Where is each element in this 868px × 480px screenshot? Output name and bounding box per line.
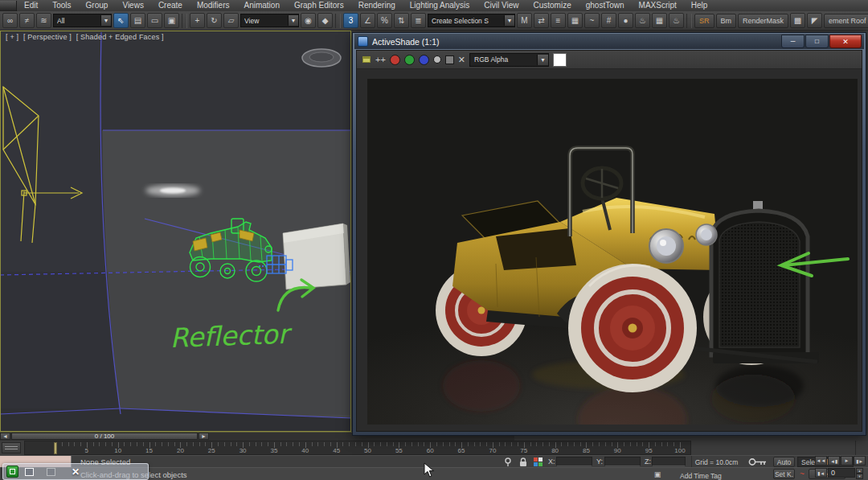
spinner-down[interactable]: ▼	[856, 474, 863, 479]
curve-editor-icon[interactable]: ~	[584, 13, 600, 28]
set-keys-icon[interactable]	[747, 457, 768, 466]
graphite-ribbon-icon[interactable]: ▦	[567, 13, 583, 28]
reference-coordinate-dropdown[interactable]: View▼	[240, 14, 299, 27]
alpha-channel-icon[interactable]	[445, 55, 454, 64]
menu-group[interactable]: Group	[79, 0, 116, 11]
restore-window-icon[interactable]	[25, 468, 34, 476]
window-crossing-icon[interactable]: ▣	[164, 13, 179, 28]
save-bitmap-icon[interactable]	[362, 55, 371, 64]
rendered-image[interactable]	[367, 79, 858, 425]
menu-graph-editors[interactable]: Graph Editors	[287, 0, 351, 11]
clear-rendering-icon[interactable]: ✕	[458, 55, 465, 64]
menu-civil-view[interactable]: Civil View	[477, 0, 526, 11]
rendered-frame-icon[interactable]: ▦	[652, 13, 667, 28]
iray-icon[interactable]: ▩	[790, 13, 805, 28]
viewport-menu-pov[interactable]: [ Perspective ]	[23, 33, 72, 41]
bm-button[interactable]: Bm	[716, 14, 737, 28]
z-coord-field[interactable]	[652, 457, 686, 466]
blue-channel-icon[interactable]	[419, 55, 429, 65]
goto-start-button[interactable]: ◄◄	[815, 456, 827, 466]
menu-maxscript[interactable]: MAXScript	[632, 0, 684, 11]
selection-filter-dropdown-arrow[interactable]: ▼	[100, 15, 111, 26]
selection-lock-icon[interactable]	[518, 457, 528, 467]
spinner-up[interactable]: ▲	[856, 468, 863, 474]
select-and-manipulate-icon[interactable]: ◆	[317, 13, 333, 28]
render-production-icon[interactable]: ♨	[669, 13, 684, 28]
select-and-scale-icon[interactable]: ▱	[223, 13, 239, 28]
clone-rendering-icon[interactable]: ++	[375, 55, 386, 64]
background-color-swatch[interactable]	[553, 53, 567, 67]
next-frame-button[interactable]: ▮►	[854, 456, 866, 466]
menu-edit[interactable]: Edit	[17, 0, 45, 11]
track-bar-ruler[interactable]: 5101520253035404550556065707580859095100	[24, 441, 691, 455]
minimize-button[interactable]: ─	[781, 35, 805, 48]
close-button[interactable]: ✕	[829, 35, 862, 48]
percent-snap-icon[interactable]: %	[377, 13, 392, 28]
isolate-selection-icon[interactable]	[503, 457, 513, 467]
x-coord-field[interactable]	[556, 457, 592, 466]
time-slider-handle[interactable]: 0 / 100	[11, 433, 198, 440]
select-object-icon[interactable]: ⇖	[113, 13, 129, 28]
sr-button[interactable]: SR	[694, 14, 714, 28]
maximize-button[interactable]: □	[805, 35, 829, 48]
menu-lighting-analysis[interactable]: Lighting Analysis	[403, 0, 477, 11]
render-setup-icon[interactable]: ♨	[635, 13, 650, 28]
schematic-view-icon[interactable]: #	[601, 13, 616, 28]
viewport-menu-general[interactable]: [ + ]	[6, 33, 18, 41]
play-button[interactable]: ►	[841, 456, 853, 466]
open-mini-curve-editor-button[interactable]	[2, 442, 21, 453]
time-slider-prev-button[interactable]: ◄	[0, 433, 10, 440]
y-coord-field[interactable]	[604, 457, 641, 466]
key-mode-button[interactable]: ▮◄	[815, 468, 827, 478]
menu-rendering[interactable]: Rendering	[351, 0, 403, 11]
red-channel-icon[interactable]	[390, 55, 400, 65]
current-frame-marker[interactable]	[54, 442, 57, 454]
frame-spinner[interactable]: ▲ ▼	[856, 468, 863, 478]
menu-create[interactable]: Create	[151, 0, 190, 11]
anim-curve-icon[interactable]: ~	[796, 469, 808, 479]
perspective-viewport[interactable]: [ + ] [ Perspective ] [ Shaded + Edged F…	[0, 31, 351, 432]
activeshade-titlebar[interactable]: ActiveShade (1:1) ─ □ ✕	[354, 34, 864, 49]
current-frame-field[interactable]: 0	[828, 468, 855, 478]
minimize-window-icon[interactable]	[47, 468, 55, 476]
bind-to-space-warp-icon[interactable]: ≋	[36, 13, 51, 28]
menu-ghosttown[interactable]: ghostTown	[579, 0, 632, 11]
mirror-icon[interactable]: M	[517, 13, 532, 28]
layer-manager-icon[interactable]: ≡	[551, 13, 566, 28]
transform-snap-icon[interactable]	[533, 457, 543, 467]
named-selection-dropdown[interactable]: Create Selection S▼	[428, 14, 515, 27]
time-slider-next-button[interactable]: ►	[199, 433, 209, 440]
menu-help[interactable]: Help	[684, 0, 715, 11]
select-and-rotate-icon[interactable]: ↻	[207, 13, 222, 28]
material-editor-icon[interactable]: ●	[618, 13, 633, 28]
selection-filter-dropdown[interactable]: All▼	[53, 14, 112, 27]
menu-modifiers[interactable]: Modifiers	[190, 0, 237, 11]
menu-animation[interactable]: Animation	[236, 0, 286, 11]
snap-toggle-3d-icon[interactable]: 3	[343, 13, 358, 28]
cement-roof-button[interactable]: ement Roof S	[824, 14, 868, 28]
channel-display-dropdown[interactable]: RGB Alpha ▼	[469, 53, 549, 67]
capture-overlay-window[interactable]: ✕	[2, 463, 149, 480]
select-by-name-icon[interactable]: ▤	[130, 13, 145, 28]
add-time-tag[interactable]: Add Time Tag	[680, 470, 736, 480]
align-icon[interactable]: ⇄	[534, 13, 549, 28]
angle-snap-icon[interactable]: ∠	[360, 13, 375, 28]
auto-key-button[interactable]: Auto	[773, 457, 795, 467]
edit-named-selections-icon[interactable]: ≣	[411, 13, 426, 28]
prev-frame-button[interactable]: ◄▮	[828, 456, 840, 466]
overlay-close-button[interactable]: ✕	[67, 466, 84, 478]
green-channel-icon[interactable]	[404, 55, 415, 65]
menu-tools[interactable]: Tools	[45, 0, 78, 11]
use-pivot-center-icon[interactable]: ◉	[301, 13, 316, 28]
rendermask-button[interactable]: RenderMask	[738, 14, 788, 28]
set-key-button[interactable]: Set K.	[773, 469, 795, 479]
menu-customize[interactable]: Customize	[526, 0, 578, 11]
rectangular-selection-region-icon[interactable]: ▭	[147, 13, 162, 28]
activeshade-window[interactable]: ActiveShade (1:1) ─ □ ✕ ++ ✕ RGB Alp	[352, 32, 866, 436]
time-tag-icon[interactable]: ▣	[653, 470, 662, 479]
named-selection-dropdown-arrow[interactable]: ▼	[504, 15, 514, 26]
spinner-snap-icon[interactable]: ⇅	[394, 13, 409, 28]
viewport-menu-shading[interactable]: [ Shaded + Edged Faces ]	[76, 33, 164, 41]
reference-coordinate-dropdown-arrow[interactable]: ▼	[288, 15, 298, 26]
select-arrow-icon[interactable]: ◤	[807, 13, 822, 28]
